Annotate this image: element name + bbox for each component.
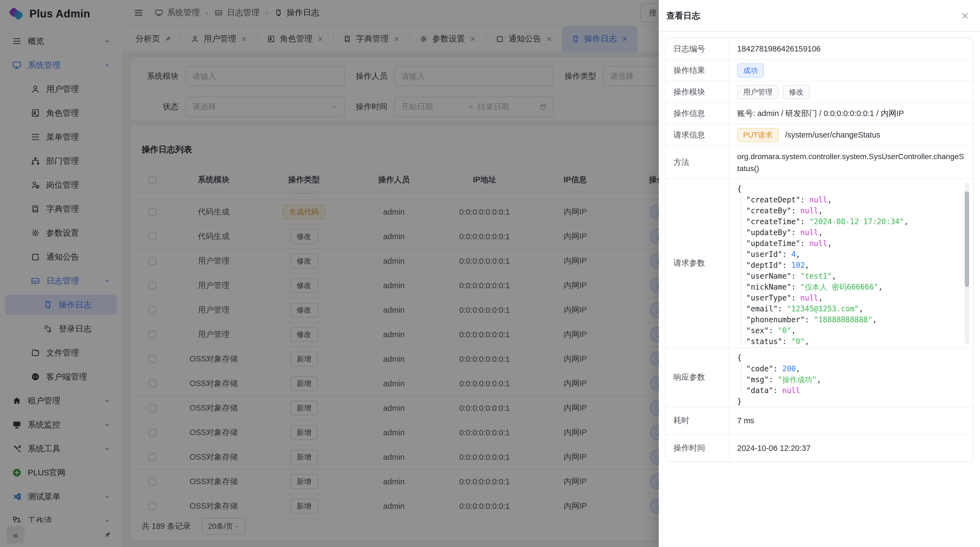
json-token: null xyxy=(800,228,818,237)
put-method-badge: PUT请求 xyxy=(737,128,778,142)
close-icon[interactable] xyxy=(960,11,970,21)
json-token: "userId" xyxy=(737,250,783,258)
json-token: : xyxy=(769,326,778,335)
json-token: : xyxy=(800,195,809,204)
json-token: : xyxy=(800,217,809,226)
json-line: "createDept": null, xyxy=(737,194,965,205)
json-token: , xyxy=(791,326,796,335)
json-line: "code": 200, xyxy=(737,363,965,374)
json-token: : xyxy=(800,239,809,248)
json-token: "操作成功" xyxy=(778,375,817,384)
field-method: 方法 org.dromara.system.controller.system.… xyxy=(666,146,973,179)
json-line: "sex": "0", xyxy=(737,325,965,336)
field-label: 耗时 xyxy=(666,407,730,434)
json-token: "updateTime" xyxy=(737,239,800,248)
json-token: "data" xyxy=(737,386,773,395)
log-detail-drawer: 查看日志 日志编号 1842781986426159106 操作结果 成功 操作… xyxy=(659,0,980,547)
field-label: 请求参数 xyxy=(666,179,730,347)
json-token: "code" xyxy=(737,364,773,373)
field-label: 操作模块 xyxy=(666,81,730,102)
field-op-time: 操作时间 2024-10-06 12:20:37 xyxy=(666,434,973,462)
json-token: "0" xyxy=(778,326,791,335)
json-token: "userName" xyxy=(737,271,791,280)
field-result: 操作结果 成功 xyxy=(666,60,973,81)
json-token: { xyxy=(737,353,742,362)
json-token: null xyxy=(800,293,818,302)
field-op-info: 操作信息 账号: admin / 研发部门 / 0:0:0:0:0:0:0:1 … xyxy=(666,103,973,124)
json-token: : xyxy=(769,375,778,384)
json-line: "userId": 4, xyxy=(737,249,965,260)
json-token: : xyxy=(783,261,791,270)
json-token: 200 xyxy=(783,364,796,373)
json-token: , xyxy=(872,315,877,324)
request-path: /system/user/changeStatus xyxy=(785,131,880,139)
field-value: org.dromara.system.controller.system.Sys… xyxy=(737,150,965,174)
response-params-json: { "code": 200, "msg": "操作成功", "data": nu… xyxy=(737,352,965,407)
json-line: "userName": "test1", xyxy=(737,271,965,281)
json-token: , xyxy=(796,364,800,373)
json-token: , xyxy=(859,304,864,313)
json-token: : xyxy=(783,337,791,346)
field-label: 操作结果 xyxy=(666,60,730,81)
json-token: "test1" xyxy=(800,271,832,280)
json-token: , xyxy=(827,195,832,204)
json-token: "status" xyxy=(737,337,783,346)
json-token: , xyxy=(818,206,823,215)
json-token: 102 xyxy=(791,261,805,270)
module-badge: 用户管理 xyxy=(737,85,778,99)
json-token: : xyxy=(778,304,787,313)
field-label: 操作信息 xyxy=(666,103,730,124)
json-token: "updateBy" xyxy=(737,228,791,237)
json-token: : xyxy=(791,282,800,291)
drawer-title: 查看日志 xyxy=(667,10,700,22)
json-token: , xyxy=(832,271,837,280)
json-token: , xyxy=(827,239,832,248)
json-token: : xyxy=(791,206,800,215)
json-line: "status": "0", xyxy=(737,336,965,347)
json-token: : xyxy=(791,271,800,280)
json-line: "nickName": "仅本人 密码666666", xyxy=(737,281,965,292)
json-line: } xyxy=(737,396,965,407)
json-token: null xyxy=(809,195,827,204)
json-token: "12345@1253.com" xyxy=(787,304,859,313)
success-badge: 成功 xyxy=(737,64,764,78)
field-label: 方法 xyxy=(666,146,730,179)
json-line: "updateTime": null, xyxy=(737,238,965,249)
json-token: "createTime" xyxy=(737,217,800,226)
json-token: , xyxy=(805,337,809,346)
json-token: "email" xyxy=(737,304,778,313)
json-token: : xyxy=(783,250,791,258)
field-label: 响应参数 xyxy=(666,348,730,407)
json-line: "deptId": 102, xyxy=(737,260,965,271)
field-request-info: 请求信息 PUT请求 /system/user/changeStatus xyxy=(666,124,973,146)
drawer-header: 查看日志 xyxy=(659,0,980,32)
field-response-params: 响应参数 { "code": 200, "msg": "操作成功", "data… xyxy=(666,348,973,407)
request-params-json: { "createDept": null, "createBy": null, … xyxy=(737,183,965,347)
indent-guide xyxy=(741,364,741,391)
json-token: "nickName" xyxy=(737,282,791,291)
field-label: 日志编号 xyxy=(666,38,730,59)
json-token: : xyxy=(773,364,782,373)
json-token: null xyxy=(809,239,827,248)
field-value: 2024-10-06 12:20:37 xyxy=(737,444,810,453)
field-request-params: 请求参数 { "createDept": null, "createBy": n… xyxy=(666,179,973,348)
drawer-body: 日志编号 1842781986426159106 操作结果 成功 操作模块 用户… xyxy=(659,32,980,468)
log-detail-table: 日志编号 1842781986426159106 操作结果 成功 操作模块 用户… xyxy=(665,38,974,462)
json-token: null xyxy=(783,386,800,395)
json-line: "userType": null, xyxy=(737,292,965,303)
json-token: : xyxy=(791,293,800,302)
scrollbar-track xyxy=(965,183,969,343)
json-token: , xyxy=(878,282,883,291)
field-log-id: 日志编号 1842781986426159106 xyxy=(666,38,973,60)
json-token: { xyxy=(737,184,742,193)
scrollbar-thumb[interactable] xyxy=(965,191,969,287)
json-token: "createBy" xyxy=(737,206,791,215)
json-line: "phonenumber": "18888888888", xyxy=(737,314,965,325)
json-token: "deptId" xyxy=(737,261,783,270)
json-token: null xyxy=(800,206,818,215)
json-token: "仅本人 密码666666" xyxy=(800,282,878,291)
json-token: "sex" xyxy=(737,326,769,335)
json-token: "0" xyxy=(791,337,805,346)
json-token: 4 xyxy=(791,250,796,258)
field-label: 操作时间 xyxy=(666,434,730,462)
